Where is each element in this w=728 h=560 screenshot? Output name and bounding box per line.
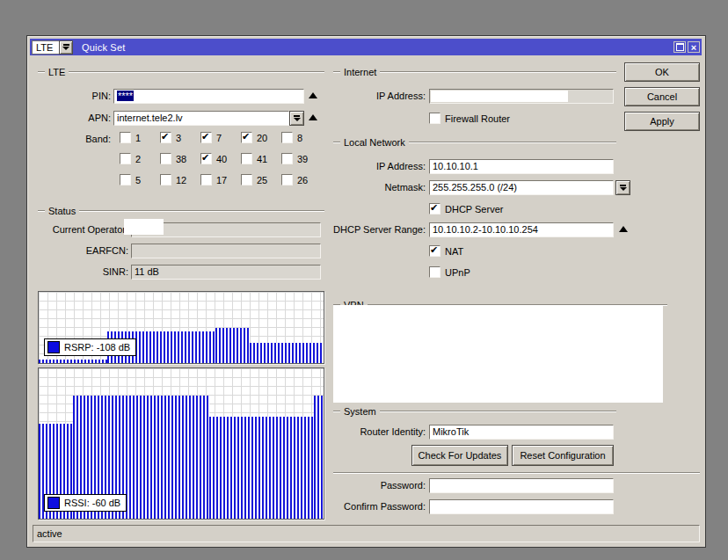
password-input[interactable] [429,478,614,493]
band-checkbox-label: 7 [216,133,222,143]
window-status-bar: active [33,525,700,542]
band-checkbox-label: 5 [135,175,141,185]
ok-button[interactable]: OK [624,62,700,82]
status-group-header: Status [38,205,324,216]
band-checkbox-label: 26 [297,175,308,185]
band-checkbox-40[interactable] [200,153,212,164]
band-option-2: 2 [120,153,160,164]
band-checkbox-label: 2 [135,154,141,164]
band-checkbox-2[interactable] [120,153,131,164]
band-checkbox-26[interactable] [281,174,293,185]
apn-input[interactable]: internet.tele2.lv [113,111,289,126]
reset-configuration-button[interactable]: Reset Configuration [512,445,614,466]
system-group-label: System [340,406,380,417]
titlebar[interactable]: LTE Quick Set × [30,39,702,55]
mode-select[interactable]: LTE [32,40,73,55]
current-operator-label: Current Operator: [40,224,128,235]
maximize-button[interactable] [673,41,686,53]
system-group-header: System [333,405,616,417]
internet-group-label: Internet [340,67,380,77]
confirm-password-input[interactable] [429,499,614,514]
band-option-39: 39 [281,153,322,164]
status-group-label: Status [45,206,79,216]
band-checkbox-7[interactable] [200,132,212,143]
band-option-41: 41 [241,153,281,164]
band-checkbox-12[interactable] [160,174,171,185]
apn-collapse-arrow-icon[interactable] [309,114,317,120]
pin-masked-value: **** [117,91,134,101]
band-row: 238404139 [120,153,322,164]
band-option-26: 26 [281,174,322,185]
quickset-window: LTE Quick Set × OK Cancel Apply LTE PIN:… [26,35,706,548]
rssi-legend-swatch [47,497,60,509]
band-option-38: 38 [160,153,200,164]
chart-bar-segment [209,417,313,519]
nat-row: NAT [429,245,463,257]
dhcp-server-checkbox[interactable] [429,203,440,215]
band-checkbox-20[interactable] [241,132,252,143]
band-checkbox-25[interactable] [241,174,252,185]
earfcn-field [131,244,321,258]
dhcp-range-input[interactable]: 10.10.10.2-10.10.10.254 [429,222,614,237]
vpn-redacted-area [333,305,663,403]
band-option-17: 17 [200,174,241,185]
band-option-40: 40 [200,153,241,164]
firewall-router-label: Firewall Router [445,113,510,124]
internet-group-header: Internet [333,66,616,77]
pin-input[interactable]: **** [113,89,304,104]
pin-label: PIN: [40,91,111,101]
dropdown-icon [294,115,301,121]
chart-bar-segment [314,396,324,519]
band-checkbox-39[interactable] [281,153,293,164]
band-option-12: 12 [160,174,200,185]
netmask-label: Netmask: [331,182,426,193]
local-network-group-header: Local Network [333,136,616,148]
band-checkbox-3[interactable] [160,132,171,143]
upnp-checkbox[interactable] [429,266,440,278]
band-checkbox-label: 20 [257,133,267,143]
band-checkbox-1[interactable] [120,132,131,143]
band-checkbox-5[interactable] [120,174,131,185]
rsrp-chart: RSRP: -108 dB [38,291,324,364]
dhcp-server-label: DHCP Server [445,204,503,215]
band-option-5: 5 [120,174,160,185]
router-identity-input[interactable]: MikroTik [429,425,614,440]
dhcp-range-collapse-arrow-icon[interactable] [619,226,628,232]
band-option-8: 8 [281,132,322,143]
band-checkbox-8[interactable] [281,132,293,143]
router-identity-label: Router Identity: [331,426,426,437]
dropdown-icon [62,44,69,50]
upnp-row: UPnP [429,266,470,278]
local-ip-input[interactable]: 10.10.10.1 [429,159,614,174]
mode-select-value[interactable]: LTE [32,40,59,55]
rssi-chart: RSSI: -60 dB [38,367,324,520]
firewall-router-checkbox[interactable] [429,113,440,124]
dhcp-range-label: DHCP Server Range: [331,224,426,235]
firewall-router-row: Firewall Router [429,113,510,124]
close-button[interactable]: × [688,41,700,53]
band-checkbox-label: 12 [176,175,186,185]
netmask-input[interactable]: 255.255.255.0 (/24) [429,180,614,195]
band-checkbox-label: 38 [176,154,186,164]
maximize-icon [676,43,684,51]
redaction-overlay [124,219,164,235]
nat-label: NAT [445,246,463,257]
netmask-dropdown-button[interactable] [615,180,630,195]
band-checkbox-41[interactable] [241,153,252,164]
band-row: 512172526 [120,174,322,185]
band-checkbox-label: 1 [135,133,141,143]
rssi-legend-text: RSSI: -60 dB [64,498,120,508]
check-for-updates-button[interactable]: Check For Updates [411,445,508,466]
window-title: Quick Set [82,42,126,53]
band-checkbox-38[interactable] [160,153,171,164]
cancel-button[interactable]: Cancel [624,87,700,106]
band-checkbox-17[interactable] [200,174,212,185]
pin-collapse-arrow-icon[interactable] [309,92,317,98]
mode-select-dropdown-button[interactable] [59,40,73,55]
band-checkbox-grid: 137208238404139512172526 [120,132,326,193]
nat-checkbox[interactable] [429,245,440,257]
apply-button[interactable]: Apply [624,112,700,131]
password-label: Password: [331,480,426,491]
apn-dropdown-button[interactable] [289,111,304,126]
apn-label: APN: [40,113,111,123]
